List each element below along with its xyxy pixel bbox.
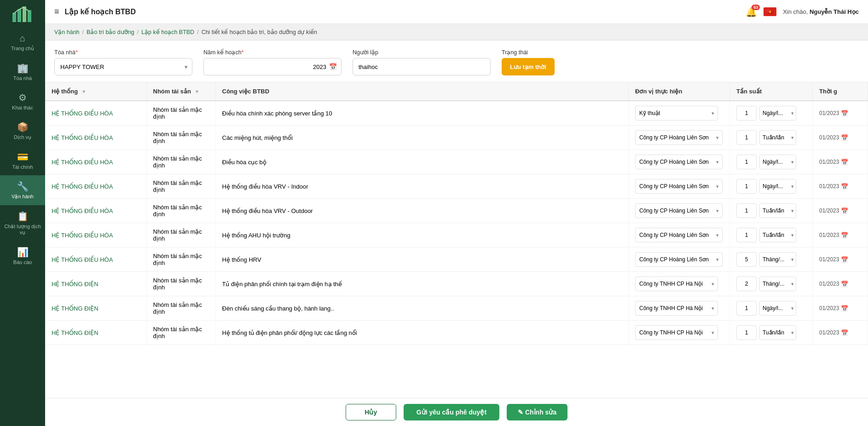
tan-suat-num-input[interactable] — [736, 130, 757, 145]
cell-thoi-gian[interactable]: 01/2023 📅 — [813, 101, 868, 126]
cell-tan-suat[interactable]: Ngày/l... — [730, 296, 813, 321]
cell-tan-suat[interactable]: Ngày/l... — [730, 174, 813, 199]
tan-suat-unit-select[interactable]: Tuần/lần — [759, 130, 796, 145]
date-icon[interactable]: 📅 — [841, 256, 848, 263]
date-icon[interactable]: 📅 — [841, 232, 848, 239]
filter-icon-he-thong[interactable]: ▼ — [81, 89, 87, 94]
cell-tan-suat[interactable]: Tháng/... — [730, 248, 813, 272]
sidebar-item-toa-nha[interactable]: 🏢 Tòa nhà — [0, 57, 45, 86]
tan-suat-num-input[interactable] — [736, 325, 757, 340]
date-icon[interactable]: 📅 — [841, 281, 848, 288]
breadcrumb-van-hanh[interactable]: Vận hành — [54, 29, 80, 35]
cancel-button[interactable]: Hủy — [346, 404, 396, 420]
cell-thoi-gian[interactable]: 01/2023 📅 — [813, 248, 868, 272]
sidebar-item-trang-chu[interactable]: ⌂ Trang chủ — [0, 28, 45, 57]
don-vi-select[interactable]: Công ty TNHH CP Hà Nội — [635, 301, 718, 316]
cell-thoi-gian[interactable]: 01/2023 📅 — [813, 272, 868, 296]
date-icon[interactable]: 📅 — [841, 110, 848, 117]
sidebar-item-bao-cao[interactable]: 📊 Báo cáo — [0, 241, 45, 271]
cell-tan-suat[interactable]: Ngày/l... — [730, 101, 813, 126]
don-vi-select[interactable]: Công ty CP Hoàng Liên Sơn — [635, 130, 723, 145]
tan-suat-num-input[interactable] — [736, 203, 757, 218]
cell-thoi-gian[interactable]: 01/2023 📅 — [813, 199, 868, 223]
sidebar-item-dich-vu[interactable]: 📦 Dịch vụ — [0, 116, 45, 146]
filter-icon-nhom[interactable]: ▼ — [195, 89, 200, 94]
cell-don-vi[interactable]: Công ty CP Hoàng Liên Sơn — [629, 248, 730, 272]
tan-suat-unit-select[interactable]: Tuần/lần — [759, 203, 796, 218]
language-flag[interactable]: 🇻🇳 — [764, 7, 776, 16]
breadcrumb-lap-ke-hoach[interactable]: Lập kế hoạch BTBD — [141, 29, 194, 35]
don-vi-select[interactable]: Công ty TNHH CP Hà Nội — [635, 325, 718, 340]
cell-don-vi[interactable]: Công ty CP Hoàng Liên Sơn — [629, 126, 730, 150]
tan-suat-unit-select[interactable]: Tuần/lần — [759, 228, 796, 242]
don-vi-select[interactable]: Công ty CP Hoàng Liên Sơn — [635, 203, 723, 218]
tan-suat-num-input[interactable] — [736, 228, 757, 242]
cell-tan-suat[interactable]: Ngày/l... — [730, 150, 813, 174]
date-icon[interactable]: 📅 — [841, 134, 848, 141]
tan-suat-unit-select[interactable]: Tháng/... — [759, 276, 796, 291]
date-icon[interactable]: 📅 — [841, 329, 848, 336]
tan-suat-num-input[interactable] — [736, 179, 757, 194]
cell-don-vi[interactable]: Công ty CP Hoàng Liên Sơn — [629, 174, 730, 199]
don-vi-select[interactable]: Kỹ thuật — [635, 106, 718, 121]
tan-suat-num-input[interactable] — [736, 252, 757, 267]
sidebar-item-khai-thac[interactable]: ⚙ Khai thác — [0, 86, 45, 116]
cell-thoi-gian[interactable]: 01/2023 📅 — [813, 321, 868, 345]
cell-thoi-gian[interactable]: 01/2023 📅 — [813, 296, 868, 321]
tan-suat-unit-select[interactable]: Ngày/l... — [759, 106, 796, 121]
nguoi-lap-input[interactable] — [353, 58, 491, 75]
tan-suat-num-input[interactable] — [736, 276, 757, 291]
cell-he-thong[interactable]: HỆ THỐNG ĐIỀU HÒA — [45, 199, 146, 223]
tan-suat-num-input[interactable] — [736, 106, 757, 121]
sidebar-item-tai-chinh[interactable]: 💳 Tài chính — [0, 146, 45, 175]
cell-tan-suat[interactable]: Tuần/lần — [730, 321, 813, 345]
toa-nha-select[interactable]: HAPPY TOWER — [54, 58, 192, 75]
cell-thoi-gian[interactable]: 01/2023 📅 — [813, 126, 868, 150]
cell-he-thong[interactable]: HỆ THỐNG ĐIỆN — [45, 321, 146, 345]
cell-tan-suat[interactable]: Tuần/lần — [730, 199, 813, 223]
menu-toggle-icon[interactable]: ≡ — [54, 7, 59, 17]
submit-button[interactable]: Gửi yêu cầu phê duyệt — [404, 404, 499, 420]
cell-don-vi[interactable]: Công ty TNHH CP Hà Nội — [629, 321, 730, 345]
cell-he-thong[interactable]: HỆ THỐNG ĐIỀU HÒA — [45, 101, 146, 126]
cell-don-vi[interactable]: Công ty TNHH CP Hà Nội — [629, 272, 730, 296]
trang-thai-button[interactable]: Lưu tạm thời — [502, 58, 555, 75]
cell-tan-suat[interactable]: Tuần/lần — [730, 126, 813, 150]
tan-suat-num-input[interactable] — [736, 301, 757, 316]
cell-he-thong[interactable]: HỆ THỐNG ĐIỆN — [45, 296, 146, 321]
cell-tan-suat[interactable]: Tuần/lần — [730, 223, 813, 248]
tan-suat-num-input[interactable] — [736, 155, 757, 169]
cell-thoi-gian[interactable]: 01/2023 📅 — [813, 150, 868, 174]
don-vi-select[interactable]: Công ty CP Hoàng Liên Sơn — [635, 252, 723, 267]
date-icon[interactable]: 📅 — [841, 183, 848, 190]
cell-don-vi[interactable]: Công ty CP Hoàng Liên Sơn — [629, 150, 730, 174]
cell-he-thong[interactable]: HỆ THỐNG ĐIỀU HÒA — [45, 150, 146, 174]
sidebar-item-van-hanh[interactable]: 🔧 Vận hành — [0, 175, 45, 205]
cell-he-thong[interactable]: HỆ THỐNG ĐIỀU HÒA — [45, 248, 146, 272]
don-vi-select[interactable]: Công ty CP Hoàng Liên Sơn — [635, 179, 723, 194]
cell-don-vi[interactable]: Công ty CP Hoàng Liên Sơn — [629, 199, 730, 223]
breadcrumb-bao-tri[interactable]: Bảo trì bảo dưỡng — [87, 29, 134, 35]
cell-he-thong[interactable]: HỆ THỐNG ĐIỀU HÒA — [45, 223, 146, 248]
date-icon[interactable]: 📅 — [841, 207, 848, 214]
cell-he-thong[interactable]: HỆ THỐNG ĐIỀU HÒA — [45, 126, 146, 150]
cell-don-vi[interactable]: Công ty TNHH CP Hà Nội — [629, 296, 730, 321]
don-vi-select[interactable]: Công ty CP Hoàng Liên Sơn — [635, 155, 723, 169]
cell-thoi-gian[interactable]: 01/2023 📅 — [813, 223, 868, 248]
tan-suat-unit-select[interactable]: Ngày/l... — [759, 179, 796, 194]
cell-he-thong[interactable]: HỆ THỐNG ĐIỀU HÒA — [45, 174, 146, 199]
sidebar-item-chat-luong[interactable]: 📋 Chất lượng dịch vụ — [0, 205, 45, 241]
date-icon[interactable]: 📅 — [841, 305, 848, 312]
tan-suat-unit-select[interactable]: Ngày/l... — [759, 155, 796, 169]
cell-don-vi[interactable]: Công ty CP Hoàng Liên Sơn — [629, 223, 730, 248]
nam-ke-hoach-input[interactable] — [203, 58, 341, 75]
col-header-he-thong[interactable]: Hệ thống ▼ — [45, 82, 146, 101]
cell-don-vi[interactable]: Kỹ thuật — [629, 101, 730, 126]
don-vi-select[interactable]: Công ty TNHH CP Hà Nội — [635, 276, 718, 291]
col-header-nhom[interactable]: Nhóm tài sản ▼ — [146, 82, 215, 101]
notification-button[interactable]: 🔔 53 — [746, 6, 757, 17]
cell-he-thong[interactable]: HỆ THỐNG ĐIỆN — [45, 272, 146, 296]
date-icon[interactable]: 📅 — [841, 159, 848, 166]
don-vi-select[interactable]: Công ty CP Hoàng Liên Sơn — [635, 228, 723, 242]
tan-suat-unit-select[interactable]: Ngày/l... — [759, 301, 796, 316]
